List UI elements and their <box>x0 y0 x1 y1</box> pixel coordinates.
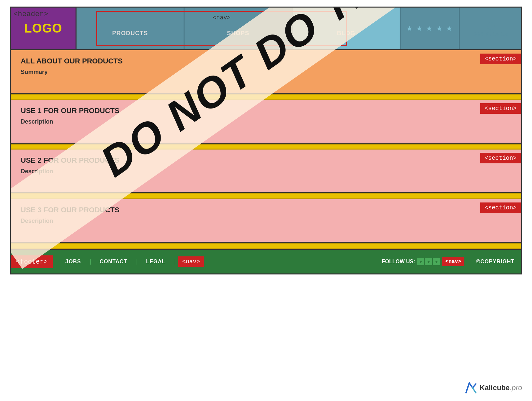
section-2-subtitle: Description <box>21 118 511 125</box>
nav-area: <nav> PRODUCTS SHOPS BLOG <box>77 8 400 49</box>
section-4-content: USE 3 FOR OUR PRODUCTS Description <box>11 199 521 242</box>
footer-follow-nav-label: <nav> <box>442 257 464 266</box>
page-wrapper: <header> LOGO <nav> PRODUCTS SHOPS BLOG <box>10 7 522 274</box>
section-2-tag: <section> <box>480 103 521 114</box>
section-3-title: USE 2 FOR OUR PRODUCTS <box>21 156 511 165</box>
divider-2 <box>11 144 521 150</box>
section-4-subtitle: Description <box>21 218 511 224</box>
footer: <footer> JOBS CONTACT LEGAL <nav> FOLLOW… <box>11 249 521 273</box>
footer-nav-legal[interactable]: LEGAL <box>137 259 175 265</box>
section-3-subtitle: Description <box>21 168 511 175</box>
footer-nav-label: <nav> <box>178 256 204 267</box>
footer-follow-area: FOLLOW US: ▼ ▼ ▼ <nav> <box>377 257 470 266</box>
section-4-title: USE 3 FOR OUR PRODUCTS <box>21 206 511 214</box>
follow-label: FOLLOW US: <box>382 259 415 265</box>
follow-arrows: ▼ ▼ ▼ <box>417 258 440 265</box>
phone-number: 555 32 16 12 <box>473 31 508 38</box>
section-4-tag: <section> <box>480 202 521 213</box>
footer-label: <footer> <box>11 255 53 268</box>
section-3: USE 2 FOR OUR PRODUCTS Description <sect… <box>11 150 521 193</box>
follow-arrow-3[interactable]: ▼ <box>433 258 440 265</box>
footer-nav-contact[interactable]: CONTACT <box>91 259 137 265</box>
section-3-tag: <section> <box>480 153 521 163</box>
kalicube-name: Kalicube.pro <box>479 384 522 392</box>
header: <header> LOGO <nav> PRODUCTS SHOPS BLOG <box>11 8 521 50</box>
stars: ★ ★ ★ ★ ★ <box>406 24 453 33</box>
divider-3 <box>11 193 521 199</box>
kalicube-area: Kalicube.pro <box>464 381 522 394</box>
phone-area[interactable]: ◑ 555 32 16 12 <box>459 8 521 49</box>
footer-copyright: ©COPYRIGHT <box>470 259 521 265</box>
logo: LOGO <box>24 21 62 35</box>
footer-nav-items: JOBS CONTACT LEGAL <nav> <box>56 256 377 267</box>
section-2-title: USE 1 FOR OUR PRODUCTS <box>21 106 511 115</box>
section-4: USE 3 FOR OUR PRODUCTS Description <sect… <box>11 199 521 243</box>
follow-arrow-1[interactable]: ▼ <box>417 258 424 265</box>
footer-nav-jobs[interactable]: JOBS <box>56 259 91 265</box>
phone-icon: ◑ <box>486 19 495 31</box>
section-1: ALL ABOUT OUR PRODUCTS Summary <section> <box>11 50 521 94</box>
kalicube-icon <box>464 381 477 394</box>
header-label: <header> <box>13 10 48 18</box>
follow-arrow-2[interactable]: ▼ <box>425 258 432 265</box>
section-2-content: USE 1 FOR OUR PRODUCTS Description <box>11 100 521 143</box>
nav-border: <nav> <box>96 11 347 46</box>
stars-area: ★ ★ ★ ★ ★ <box>400 8 459 49</box>
divider-4 <box>11 243 521 249</box>
section-1-tag: <section> <box>480 54 521 64</box>
section-3-content: USE 2 FOR OUR PRODUCTS Description <box>11 150 521 192</box>
section-1-title: ALL ABOUT OUR PRODUCTS <box>21 57 511 65</box>
section-2: USE 1 FOR OUR PRODUCTS Description <sect… <box>11 100 521 144</box>
nav-label: <nav> <box>213 14 231 21</box>
divider-1 <box>11 94 521 100</box>
section-1-subtitle: Summary <box>21 69 511 76</box>
section-1-content: ALL ABOUT OUR PRODUCTS Summary <box>11 50 521 93</box>
